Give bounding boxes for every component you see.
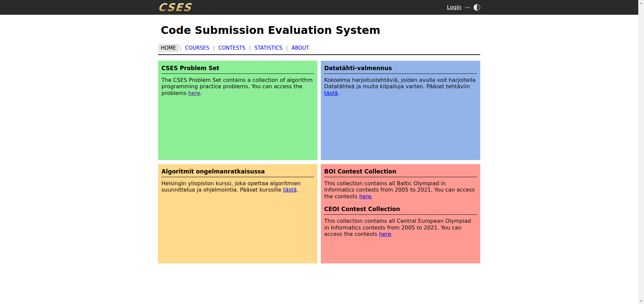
- scroll-up-icon[interactable]: ▲: [638, 0, 644, 6]
- top-bar: CSES Login —: [0, 0, 638, 15]
- header-dash-separator: —: [465, 4, 470, 10]
- page-scrollbar[interactable]: ▲ ▼: [638, 0, 644, 304]
- datatahti-link[interactable]: tästä: [324, 90, 338, 96]
- card-text-before: Kokoelma harjoitustehtäviä, joiden avull…: [324, 77, 476, 90]
- nav-item-statistics[interactable]: STATISTICS: [252, 44, 285, 52]
- card-contest-collections: BOI Contest Collection This collection c…: [321, 164, 480, 263]
- card-text-after: .: [371, 193, 373, 200]
- card-text: This collection contains all Baltic Olym…: [324, 180, 477, 200]
- nav-separator: |: [180, 45, 182, 51]
- card-cses-problem-set: CSES Problem Set The CSES Problem Set co…: [158, 61, 317, 160]
- nav-item-courses[interactable]: COURSES: [183, 44, 212, 52]
- card-text: Kokoelma harjoitustehtäviä, joiden avull…: [324, 77, 477, 97]
- card-algoritmit-kurssi: Algoritmit ongelmanratkaisussa Helsingin…: [158, 164, 317, 263]
- problem-set-link[interactable]: here: [188, 90, 200, 96]
- nav-item-home[interactable]: HOME: [158, 44, 179, 52]
- card-text-before: This collection contains all Baltic Olym…: [324, 180, 475, 200]
- ceoi-contests-link[interactable]: here: [379, 231, 391, 237]
- card-section-ceoi: CEOI Contest Collection This collection …: [324, 206, 477, 238]
- card-datatahti-valmennus: Datatähti-valmennus Kokoelma harjoituste…: [321, 61, 480, 160]
- viewport: CSES Login — Code Submission Evaluation …: [0, 0, 638, 263]
- theme-toggle-icon[interactable]: [474, 4, 480, 11]
- card-text-after: .: [200, 90, 202, 96]
- boi-contests-link[interactable]: here: [359, 193, 371, 200]
- card-text: Helsingin yliopiston kurssi, joka opetta…: [161, 180, 314, 193]
- nav-separator: |: [249, 45, 251, 51]
- card-title: BOI Contest Collection: [324, 168, 477, 177]
- scroll-down-icon[interactable]: ▼: [638, 298, 644, 304]
- main-nav: HOME | COURSES | CONTESTS | STATISTICS |…: [158, 44, 480, 55]
- header-inner: CSES Login —: [158, 0, 480, 14]
- card-section: Datatähti-valmennus Kokoelma harjoituste…: [324, 65, 477, 97]
- main-content: Code Submission Evaluation System HOME |…: [158, 24, 480, 263]
- nav-item-about[interactable]: ABOUT: [289, 44, 312, 52]
- login-link[interactable]: Login: [447, 4, 461, 10]
- card-text-before: This collection contains all Central Eur…: [324, 218, 471, 237]
- card-title: CSES Problem Set: [161, 65, 314, 74]
- card-title: Datatähti-valmennus: [324, 65, 477, 74]
- cards-grid: CSES Problem Set The CSES Problem Set co…: [158, 61, 480, 263]
- page-title: Code Submission Evaluation System: [161, 24, 480, 37]
- card-title: Algoritmit ongelmanratkaisussa: [161, 168, 314, 177]
- card-text-before: The CSES Problem Set contains a collecti…: [161, 77, 313, 96]
- card-text-before: Helsingin yliopiston kurssi, joka opetta…: [161, 180, 301, 193]
- card-text: This collection contains all Central Eur…: [324, 218, 477, 238]
- header-controls: Login —: [447, 4, 480, 11]
- card-section: Algoritmit ongelmanratkaisussa Helsingin…: [161, 168, 314, 193]
- card-text-after: .: [338, 90, 340, 96]
- kurssi-link[interactable]: tästä: [283, 187, 297, 193]
- card-text: The CSES Problem Set contains a collecti…: [161, 77, 314, 97]
- card-section-boi: BOI Contest Collection This collection c…: [324, 168, 477, 200]
- card-text-after: .: [297, 187, 298, 193]
- nav-separator: |: [213, 45, 215, 51]
- cses-logo[interactable]: CSES: [157, 1, 192, 14]
- card-title: CEOI Contest Collection: [324, 206, 477, 215]
- card-section: CSES Problem Set The CSES Problem Set co…: [161, 65, 314, 97]
- card-text-after: .: [391, 231, 393, 237]
- nav-item-contests[interactable]: CONTESTS: [216, 44, 248, 52]
- nav-separator: |: [286, 45, 288, 51]
